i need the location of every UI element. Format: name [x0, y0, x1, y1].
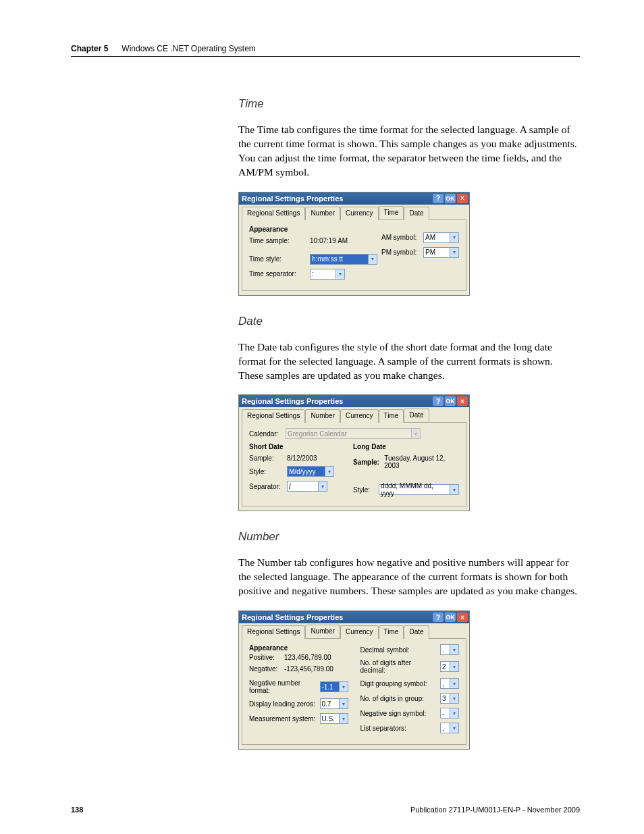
neg-sign-combo[interactable]: - ▾ [440, 708, 459, 719]
dialog-title: Regional Settings Properties [242, 194, 431, 203]
positive-label: Positive: [249, 654, 281, 661]
chevron-down-icon[interactable]: ▾ [325, 466, 334, 477]
pm-symbol-label: PM symbol: [381, 249, 421, 256]
leading-zeros-combo[interactable]: 0.7 ▾ [320, 698, 348, 709]
chevron-down-icon[interactable]: ▾ [339, 681, 348, 692]
chevron-down-icon[interactable]: ▾ [450, 247, 459, 258]
tab-regional[interactable]: Regional Settings [242, 625, 305, 639]
chevron-down-icon[interactable]: ▾ [368, 254, 377, 265]
chevron-down-icon[interactable]: ▾ [450, 678, 459, 689]
am-symbol-value: AM [423, 232, 450, 243]
chevron-down-icon[interactable]: ▾ [450, 723, 459, 733]
chevron-down-icon[interactable]: ▾ [339, 713, 348, 724]
chevron-down-icon[interactable]: ▾ [339, 698, 348, 709]
leading-zeros-label: Display leading zeros: [249, 700, 317, 708]
long-date-heading: Long Date [353, 443, 459, 450]
measurement-value: U.S. [320, 713, 339, 724]
separator-combo[interactable]: / ▾ [287, 481, 327, 492]
chevron-down-icon[interactable]: ▾ [450, 693, 459, 704]
tabs-row: Regional Settings Number Currency Time D… [239, 407, 469, 422]
measurement-label: Measurement system: [249, 715, 317, 723]
tab-time[interactable]: Time [379, 625, 404, 639]
tab-date[interactable]: Date [404, 625, 429, 639]
chevron-down-icon[interactable]: ▾ [450, 484, 459, 495]
time-separator-value: : [310, 269, 336, 280]
calendar-label: Calendar: [249, 430, 283, 438]
ok-button[interactable]: OK [445, 194, 456, 203]
tab-number[interactable]: Number [305, 409, 340, 423]
short-date-heading: Short Date [249, 443, 341, 450]
chevron-down-icon[interactable]: ▾ [318, 481, 327, 492]
positive-value: 123,456,789.00 [284, 654, 331, 661]
publication-id: Publication 2711P-UM001J-EN-P - November… [410, 806, 580, 814]
list-sep-combo[interactable]: , ▾ [440, 723, 459, 733]
am-symbol-combo[interactable]: AM ▾ [423, 232, 459, 243]
decimal-symbol-combo[interactable]: . ▾ [440, 644, 459, 655]
tab-time[interactable]: Time [379, 409, 404, 423]
page-header: Chapter 5 Windows CE .NET Operating Syst… [71, 44, 580, 57]
section-heading-date: Date [238, 315, 580, 328]
ok-button[interactable]: OK [445, 613, 456, 622]
time-separator-combo[interactable]: : ▾ [310, 269, 345, 280]
decimal-symbol-label: Decimal symbol: [360, 646, 438, 654]
chapter-number: Chapter 5 [71, 44, 108, 53]
short-style-label: Style: [249, 468, 284, 475]
dialog-titlebar: Regional Settings Properties ? OK × [239, 395, 469, 407]
neg-format-combo[interactable]: -1.1 ▾ [320, 681, 348, 692]
tab-time[interactable]: Time [379, 206, 404, 219]
short-style-combo[interactable]: M/d/yyyy ▾ [287, 466, 334, 477]
chevron-down-icon[interactable]: ▾ [450, 232, 459, 243]
tab-date[interactable]: Date [404, 409, 429, 422]
measurement-combo[interactable]: U.S. ▾ [320, 713, 348, 724]
time-style-value: h:mm:ss tt [310, 254, 368, 265]
help-button[interactable]: ? [433, 396, 444, 406]
chevron-down-icon[interactable]: ▾ [336, 269, 345, 280]
time-dialog: Regional Settings Properties ? OK × Regi… [238, 192, 470, 296]
dialog-titlebar: Regional Settings Properties ? OK × [239, 192, 469, 205]
time-sample-value: 10:07:19 AM [310, 237, 348, 244]
short-style-value: M/d/yyyy [287, 466, 325, 477]
date-dialog: Regional Settings Properties ? OK × Regi… [238, 394, 470, 511]
grouping-symbol-label: Digit grouping symbol: [360, 680, 438, 687]
digits-in-group-value: 3 [440, 693, 450, 704]
neg-sign-label: Negative sign symbol: [360, 710, 438, 717]
help-button[interactable]: ? [433, 194, 444, 203]
tab-date[interactable]: Date [404, 207, 429, 220]
long-style-combo[interactable]: dddd, MMMM dd, yyyy ▾ [379, 484, 459, 495]
tab-currency[interactable]: Currency [340, 207, 379, 220]
digits-in-group-combo[interactable]: 3 ▾ [440, 693, 459, 704]
time-style-label: Time style: [249, 255, 307, 263]
digits-in-group-label: No. of digits in group: [360, 695, 438, 702]
close-button[interactable]: × [457, 396, 468, 406]
grouping-symbol-combo[interactable]: , ▾ [440, 678, 459, 689]
long-style-label: Style: [353, 486, 376, 494]
tab-regional[interactable]: Regional Settings [242, 207, 305, 220]
chevron-down-icon[interactable]: ▾ [450, 644, 459, 655]
close-button[interactable]: × [457, 613, 468, 622]
section-text-number: The Number tab configures how negative a… [238, 556, 580, 598]
digits-after-combo[interactable]: 2 ▾ [440, 661, 459, 672]
time-style-combo[interactable]: h:mm:ss tt ▾ [310, 254, 377, 265]
chevron-down-icon[interactable]: ▾ [450, 661, 459, 672]
appearance-label: Appearance [249, 644, 348, 652]
negative-value: -123,456,789.00 [284, 665, 333, 673]
pm-symbol-combo[interactable]: PM ▾ [423, 247, 459, 258]
tab-regional[interactable]: Regional Settings [242, 409, 305, 423]
leading-zeros-value: 0.7 [320, 698, 339, 709]
ok-button[interactable]: OK [445, 396, 456, 406]
help-button[interactable]: ? [433, 613, 444, 622]
tab-currency[interactable]: Currency [340, 625, 379, 639]
close-button[interactable]: × [457, 194, 468, 203]
tab-currency[interactable]: Currency [340, 409, 379, 423]
long-sample-label: Sample: [353, 459, 381, 466]
section-text-time: The Time tab configures the time format … [238, 123, 580, 180]
dialog-titlebar: Regional Settings Properties ? OK × [239, 611, 469, 623]
chapter-title: Windows CE .NET Operating System [122, 44, 256, 53]
section-heading-time: Time [238, 97, 580, 111]
section-heading-number: Number [238, 530, 580, 544]
tab-number[interactable]: Number [305, 625, 340, 638]
calendar-combo[interactable]: Gregorian Calendar ▾ [286, 428, 421, 439]
tab-number[interactable]: Number [305, 207, 340, 220]
chevron-down-icon[interactable]: ▾ [450, 708, 459, 719]
long-style-value: dddd, MMMM dd, yyyy [379, 484, 450, 495]
